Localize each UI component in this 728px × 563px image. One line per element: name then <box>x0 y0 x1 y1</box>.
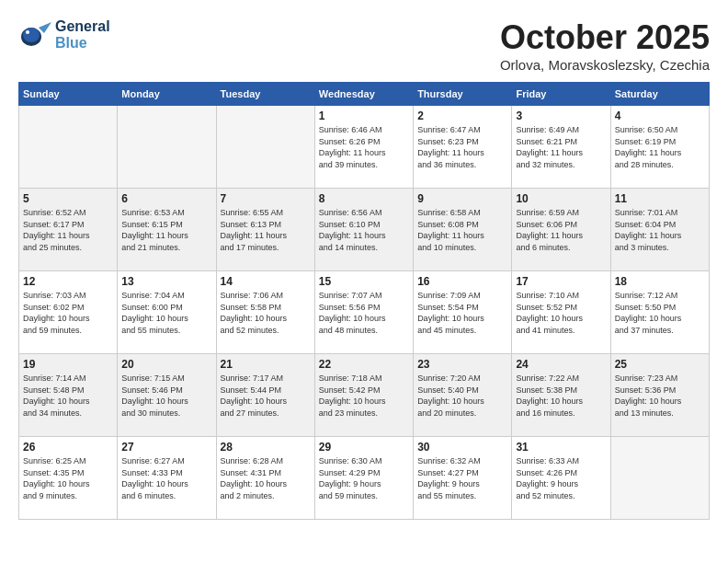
calendar-cell: 25Sunrise: 7:23 AM Sunset: 5:36 PM Dayli… <box>610 354 709 437</box>
calendar-cell: 24Sunrise: 7:22 AM Sunset: 5:38 PM Dayli… <box>512 354 610 437</box>
day-info: Sunrise: 6:55 AM Sunset: 6:13 PM Dayligh… <box>221 207 311 253</box>
calendar-cell: 3Sunrise: 6:49 AM Sunset: 6:21 PM Daylig… <box>512 106 610 189</box>
day-number: 17 <box>516 275 606 288</box>
calendar-week-row: 26Sunrise: 6:25 AM Sunset: 4:35 PM Dayli… <box>19 437 710 520</box>
day-header-friday: Friday <box>512 83 610 106</box>
day-number: 21 <box>221 358 311 371</box>
day-info: Sunrise: 7:09 AM Sunset: 5:54 PM Dayligh… <box>417 290 507 336</box>
day-info: Sunrise: 7:23 AM Sunset: 5:36 PM Dayligh… <box>615 373 705 419</box>
calendar-cell: 2Sunrise: 6:47 AM Sunset: 6:23 PM Daylig… <box>414 106 512 189</box>
calendar-week-row: 12Sunrise: 7:03 AM Sunset: 6:02 PM Dayli… <box>19 271 710 354</box>
location-subtitle: Orlova, Moravskoslezsky, Czechia <box>500 57 710 73</box>
day-header-monday: Monday <box>118 83 216 106</box>
calendar-cell <box>19 106 118 189</box>
logo: General Blue <box>18 18 110 52</box>
calendar-cell: 28Sunrise: 6:28 AM Sunset: 4:31 PM Dayli… <box>216 437 314 520</box>
calendar-cell <box>216 106 314 189</box>
day-number: 3 <box>516 109 606 122</box>
svg-point-1 <box>23 28 40 42</box>
calendar-week-row: 5Sunrise: 6:52 AM Sunset: 6:17 PM Daylig… <box>19 189 710 271</box>
calendar-cell: 29Sunrise: 6:30 AM Sunset: 4:29 PM Dayli… <box>314 437 413 520</box>
day-number: 9 <box>417 192 507 205</box>
day-number: 20 <box>121 358 211 371</box>
day-header-sunday: Sunday <box>19 83 118 106</box>
day-info: Sunrise: 6:33 AM Sunset: 4:26 PM Dayligh… <box>516 455 606 501</box>
logo-general: General <box>55 18 110 35</box>
calendar-cell: 22Sunrise: 7:18 AM Sunset: 5:42 PM Dayli… <box>314 354 413 437</box>
day-number: 27 <box>121 441 211 454</box>
day-info: Sunrise: 6:25 AM Sunset: 4:35 PM Dayligh… <box>23 455 113 501</box>
day-info: Sunrise: 6:27 AM Sunset: 4:33 PM Dayligh… <box>121 455 211 501</box>
day-number: 12 <box>23 275 113 288</box>
calendar-cell: 27Sunrise: 6:27 AM Sunset: 4:33 PM Dayli… <box>118 437 216 520</box>
calendar-cell: 13Sunrise: 7:04 AM Sunset: 6:00 PM Dayli… <box>118 271 216 354</box>
day-number: 1 <box>319 109 409 122</box>
day-info: Sunrise: 6:47 AM Sunset: 6:23 PM Dayligh… <box>417 124 507 170</box>
calendar-cell: 23Sunrise: 7:20 AM Sunset: 5:40 PM Dayli… <box>414 354 512 437</box>
day-info: Sunrise: 6:56 AM Sunset: 6:10 PM Dayligh… <box>319 207 409 253</box>
day-number: 25 <box>615 358 705 371</box>
svg-point-3 <box>26 30 29 34</box>
calendar-header-row: SundayMondayTuesdayWednesdayThursdayFrid… <box>19 83 710 106</box>
month-title: October 2025 <box>500 18 710 57</box>
day-number: 8 <box>319 192 409 205</box>
day-number: 18 <box>615 275 705 288</box>
calendar-cell: 16Sunrise: 7:09 AM Sunset: 5:54 PM Dayli… <box>414 271 512 354</box>
logo-blue: Blue <box>55 35 110 52</box>
day-info: Sunrise: 6:52 AM Sunset: 6:17 PM Dayligh… <box>23 207 113 253</box>
day-number: 10 <box>516 192 606 205</box>
day-info: Sunrise: 7:07 AM Sunset: 5:56 PM Dayligh… <box>319 290 409 336</box>
calendar-cell: 8Sunrise: 6:56 AM Sunset: 6:10 PM Daylig… <box>314 189 413 271</box>
calendar-cell: 4Sunrise: 6:50 AM Sunset: 6:19 PM Daylig… <box>610 106 709 189</box>
calendar-cell: 14Sunrise: 7:06 AM Sunset: 5:58 PM Dayli… <box>216 271 314 354</box>
day-info: Sunrise: 6:50 AM Sunset: 6:19 PM Dayligh… <box>615 124 705 170</box>
day-number: 30 <box>417 441 507 454</box>
day-number: 7 <box>221 192 311 205</box>
calendar-week-row: 19Sunrise: 7:14 AM Sunset: 5:48 PM Dayli… <box>19 354 710 437</box>
day-header-thursday: Thursday <box>414 83 512 106</box>
calendar-cell: 19Sunrise: 7:14 AM Sunset: 5:48 PM Dayli… <box>19 354 118 437</box>
calendar-cell: 15Sunrise: 7:07 AM Sunset: 5:56 PM Dayli… <box>314 271 413 354</box>
calendar-cell: 12Sunrise: 7:03 AM Sunset: 6:02 PM Dayli… <box>19 271 118 354</box>
day-number: 26 <box>23 441 113 454</box>
calendar-cell: 10Sunrise: 6:59 AM Sunset: 6:06 PM Dayli… <box>512 189 610 271</box>
calendar-table: SundayMondayTuesdayWednesdayThursdayFrid… <box>18 82 710 520</box>
day-number: 19 <box>23 358 113 371</box>
day-number: 23 <box>417 358 507 371</box>
day-number: 29 <box>319 441 409 454</box>
calendar-cell: 30Sunrise: 6:32 AM Sunset: 4:27 PM Dayli… <box>414 437 512 520</box>
calendar-cell: 5Sunrise: 6:52 AM Sunset: 6:17 PM Daylig… <box>19 189 118 271</box>
day-info: Sunrise: 6:46 AM Sunset: 6:26 PM Dayligh… <box>319 124 409 170</box>
calendar-cell: 17Sunrise: 7:10 AM Sunset: 5:52 PM Dayli… <box>512 271 610 354</box>
day-number: 2 <box>417 109 507 122</box>
calendar-cell: 1Sunrise: 6:46 AM Sunset: 6:26 PM Daylig… <box>314 106 413 189</box>
day-number: 5 <box>23 192 113 205</box>
calendar-cell: 7Sunrise: 6:55 AM Sunset: 6:13 PM Daylig… <box>216 189 314 271</box>
day-info: Sunrise: 6:28 AM Sunset: 4:31 PM Dayligh… <box>221 455 311 501</box>
calendar-cell: 9Sunrise: 6:58 AM Sunset: 6:08 PM Daylig… <box>414 189 512 271</box>
calendar-week-row: 1Sunrise: 6:46 AM Sunset: 6:26 PM Daylig… <box>19 106 710 189</box>
day-number: 28 <box>221 441 311 454</box>
calendar-cell: 20Sunrise: 7:15 AM Sunset: 5:46 PM Dayli… <box>118 354 216 437</box>
calendar-cell <box>610 437 709 520</box>
day-number: 4 <box>615 109 705 122</box>
calendar-cell: 18Sunrise: 7:12 AM Sunset: 5:50 PM Dayli… <box>610 271 709 354</box>
day-header-saturday: Saturday <box>610 83 709 106</box>
day-header-tuesday: Tuesday <box>216 83 314 106</box>
svg-marker-2 <box>39 22 51 33</box>
calendar-cell: 26Sunrise: 6:25 AM Sunset: 4:35 PM Dayli… <box>19 437 118 520</box>
day-number: 11 <box>615 192 705 205</box>
day-number: 13 <box>121 275 211 288</box>
day-info: Sunrise: 7:12 AM Sunset: 5:50 PM Dayligh… <box>615 290 705 336</box>
day-info: Sunrise: 7:15 AM Sunset: 5:46 PM Dayligh… <box>121 373 211 419</box>
day-info: Sunrise: 7:14 AM Sunset: 5:48 PM Dayligh… <box>23 373 113 419</box>
day-header-wednesday: Wednesday <box>314 83 413 106</box>
day-info: Sunrise: 7:22 AM Sunset: 5:38 PM Dayligh… <box>516 373 606 419</box>
day-info: Sunrise: 6:32 AM Sunset: 4:27 PM Dayligh… <box>417 455 507 501</box>
day-number: 31 <box>516 441 606 454</box>
day-info: Sunrise: 7:17 AM Sunset: 5:44 PM Dayligh… <box>221 373 311 419</box>
day-number: 16 <box>417 275 507 288</box>
calendar-cell: 6Sunrise: 6:53 AM Sunset: 6:15 PM Daylig… <box>118 189 216 271</box>
calendar-cell <box>118 106 216 189</box>
day-info: Sunrise: 7:01 AM Sunset: 6:04 PM Dayligh… <box>615 207 705 253</box>
